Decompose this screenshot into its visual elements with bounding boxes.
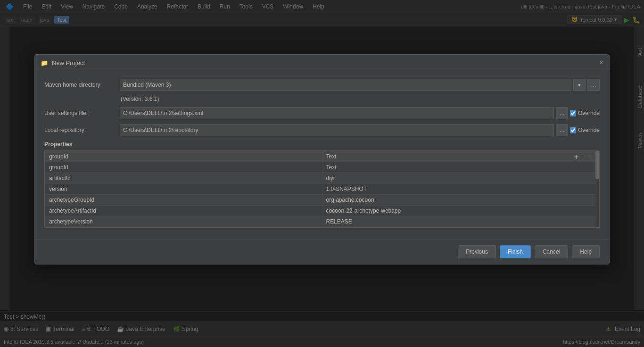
cancel-button[interactable]: Cancel (535, 245, 568, 258)
properties-scrollbar[interactable] (595, 151, 599, 227)
table-row[interactable]: archetypeVersionRELEASE (45, 216, 599, 227)
user-settings-label: User settings file: (44, 110, 120, 116)
user-settings-browse-btn[interactable]: … (556, 107, 568, 119)
edit-property-btn[interactable]: ✎ (585, 152, 595, 162)
user-settings-input-wrap: … Override (120, 107, 600, 119)
dialog-close-button[interactable]: × (599, 58, 603, 67)
dialog-footer: Previous Finish Cancel Help (35, 239, 609, 264)
properties-section-label: Properties (44, 141, 600, 148)
new-project-dialog: 📁 New Project × Maven home directory: ▾ … (34, 54, 610, 264)
table-row[interactable]: version1.0-SNAPSHOT (45, 184, 599, 195)
maven-home-input[interactable] (120, 79, 571, 91)
property-value: diyi (322, 173, 599, 184)
maven-home-label: Maven home directory: (44, 82, 120, 88)
maven-version-text: (Version: 3.6.1) (121, 96, 600, 102)
table-row[interactable]: artifactIddiyi (45, 173, 599, 184)
property-key: groupId (45, 162, 322, 173)
property-key: archetypeVersion (45, 216, 322, 227)
property-value: cocoon-22-archetype-webapp (322, 206, 599, 216)
property-value: 1.0-SNAPSHOT (322, 184, 599, 195)
dialog-title-bar: 📁 New Project × (35, 55, 609, 71)
col-key-header: groupId (45, 151, 322, 162)
property-key: archetypeArtifactId (45, 206, 322, 216)
property-key: artifactId (45, 173, 322, 184)
property-value: org.apache.cocoon (322, 195, 599, 206)
maven-home-row: Maven home directory: ▾ … (44, 79, 600, 91)
dialog-title-icon: 📁 (41, 59, 48, 66)
property-key: version (45, 184, 322, 195)
local-repo-row: Local repository: … Override (44, 124, 600, 136)
local-repo-override-checkbox[interactable] (570, 127, 576, 133)
local-repo-input-wrap: … Override (120, 124, 600, 136)
user-settings-input[interactable] (120, 107, 554, 119)
maven-home-input-wrap: ▾ … (120, 79, 600, 91)
local-repo-label: Local repository: (44, 127, 120, 133)
table-row[interactable]: archetypeArtifactIdcocoon-22-archetype-w… (45, 206, 599, 216)
local-repo-input[interactable] (120, 124, 554, 136)
properties-table: groupId Text groupIdTextartifactIddiyive… (45, 151, 599, 227)
table-row[interactable]: groupIdText (45, 162, 599, 173)
local-repo-override-text: Override (578, 127, 600, 133)
maven-home-browse-btn[interactable]: … (587, 79, 600, 91)
dialog-body: Maven home directory: ▾ … (Version: 3.6.… (35, 71, 609, 235)
maven-home-dropdown-btn[interactable]: ▾ (573, 79, 586, 91)
property-key: archetypeGroupId (45, 195, 322, 206)
help-button[interactable]: Help (572, 245, 600, 258)
table-row[interactable]: archetypeGroupIdorg.apache.cocoon (45, 195, 599, 206)
dialog-overlay: 📁 New Project × Maven home directory: ▾ … (0, 0, 644, 347)
user-settings-row: User settings file: … Override (44, 107, 600, 119)
add-property-btn[interactable]: + (571, 152, 582, 162)
user-settings-override-checkbox[interactable] (570, 110, 576, 116)
user-settings-override-text: Override (578, 110, 600, 116)
local-repo-browse-btn[interactable]: … (556, 124, 568, 136)
scroll-thumb (595, 151, 599, 179)
property-value: RELEASE (322, 216, 599, 227)
dialog-title-text: New Project (52, 59, 85, 66)
local-repo-override-label: Override (570, 127, 600, 133)
dialog-title: 📁 New Project (41, 59, 85, 66)
finish-button[interactable]: Finish (500, 245, 531, 258)
previous-button[interactable]: Previous (458, 245, 496, 258)
user-settings-override-label: Override (570, 110, 600, 116)
property-value: Text (322, 162, 599, 173)
col-value-header: Text (322, 151, 599, 162)
